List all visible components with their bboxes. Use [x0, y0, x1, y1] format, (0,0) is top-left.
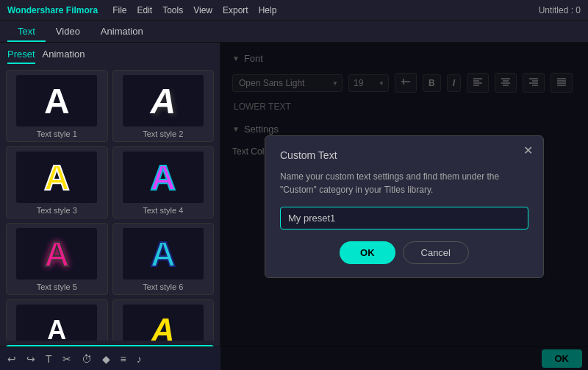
- title-bar: Wondershare Filmora File Edit Tools View…: [0, 0, 588, 21]
- style-label-2: Text style 2: [143, 129, 183, 138]
- right-panel: ▼ Font Open Sans Light 19 B I: [220, 43, 588, 370]
- window-title: Untitled : 0: [539, 5, 581, 15]
- modal-close-button[interactable]: ✕: [523, 143, 533, 157]
- tab-video[interactable]: Video: [46, 22, 90, 42]
- style-item-3[interactable]: A Text style 3: [6, 146, 108, 218]
- tab-animation[interactable]: Animation: [90, 22, 154, 42]
- custom-text-modal: Custom Text ✕ Name your custom text sett…: [265, 135, 544, 278]
- style-label-3: Text style 3: [37, 206, 77, 215]
- left-panel: Preset Animation A Text style 1 A Text s…: [0, 43, 220, 370]
- style-letter-7: A: [47, 315, 66, 341]
- redo-icon[interactable]: ↪: [26, 353, 35, 365]
- undo-icon[interactable]: ↩: [7, 353, 16, 365]
- style-letter-8: A: [151, 312, 175, 341]
- style-preview-6: A: [123, 228, 204, 280]
- style-item-7[interactable]: A Text style 7: [6, 299, 108, 341]
- modal-description: Name your custom text settings and find …: [280, 170, 528, 196]
- style-label-5: Text style 5: [37, 282, 77, 291]
- style-preview-1: A: [16, 75, 97, 127]
- style-item-6[interactable]: A Text style 6: [112, 223, 215, 295]
- style-item-4[interactable]: A Text style 4: [112, 146, 215, 218]
- style-label-4: Text style 4: [143, 206, 183, 215]
- style-preview-4: A: [123, 152, 204, 203]
- menu-bar: File Edit Tools View Export Help: [112, 5, 538, 15]
- style-letter-5: A: [44, 234, 70, 274]
- audio-icon[interactable]: ♪: [137, 353, 142, 365]
- menu-tools[interactable]: Tools: [162, 5, 183, 15]
- style-preview-3: A: [16, 152, 97, 203]
- modal-ok-button[interactable]: OK: [340, 241, 395, 264]
- tab-text[interactable]: Text: [7, 22, 46, 42]
- style-letter-6: A: [150, 234, 176, 274]
- styles-grid: A Text style 1 A Text style 2 A Text sty…: [0, 64, 220, 341]
- menu-export[interactable]: Export: [223, 5, 248, 15]
- text-icon[interactable]: T: [46, 353, 52, 365]
- main-content: Preset Animation A Text style 1 A Text s…: [0, 43, 588, 370]
- menu-file[interactable]: File: [112, 5, 126, 15]
- modal-title: Custom Text: [280, 149, 528, 161]
- style-preview-5: A: [16, 228, 97, 280]
- menu-view[interactable]: View: [193, 5, 212, 15]
- style-item-2[interactable]: A Text style 2: [112, 70, 215, 142]
- sub-tab-animation[interactable]: Animation: [43, 49, 85, 64]
- style-letter-2: A: [150, 81, 176, 121]
- diamond-icon[interactable]: ◆: [102, 353, 110, 365]
- style-preview-2: A: [123, 75, 204, 127]
- clock-icon[interactable]: ⏱: [82, 353, 92, 365]
- modal-overlay: Custom Text ✕ Name your custom text sett…: [220, 43, 588, 370]
- cut-icon[interactable]: ✂: [62, 353, 71, 365]
- style-label-1: Text style 1: [37, 129, 77, 138]
- style-letter-1: A: [44, 81, 70, 121]
- style-item-1[interactable]: A Text style 1: [6, 70, 108, 142]
- style-letter-4: A: [150, 157, 176, 198]
- menu-help[interactable]: Help: [259, 5, 277, 15]
- settings-icon[interactable]: ≡: [121, 353, 126, 365]
- app-logo: Wondershare Filmora: [7, 5, 98, 15]
- sub-tab-preset[interactable]: Preset: [7, 49, 35, 64]
- style-label-6: Text style 6: [143, 282, 183, 291]
- style-item-8[interactable]: A Text style 8: [112, 299, 215, 341]
- style-preview-8: A: [123, 305, 204, 341]
- style-item-5[interactable]: A Text style 5: [6, 223, 108, 295]
- sub-tab-bar: Preset Animation: [0, 43, 220, 64]
- main-tabbar: Text Video Animation: [0, 21, 588, 43]
- modal-buttons: OK Cancel: [280, 241, 528, 264]
- style-preview-7: A: [16, 305, 97, 341]
- modal-preset-name-input[interactable]: [280, 207, 528, 230]
- style-letter-3: A: [44, 157, 70, 198]
- modal-cancel-button[interactable]: Cancel: [403, 241, 469, 264]
- menu-edit[interactable]: Edit: [137, 5, 152, 15]
